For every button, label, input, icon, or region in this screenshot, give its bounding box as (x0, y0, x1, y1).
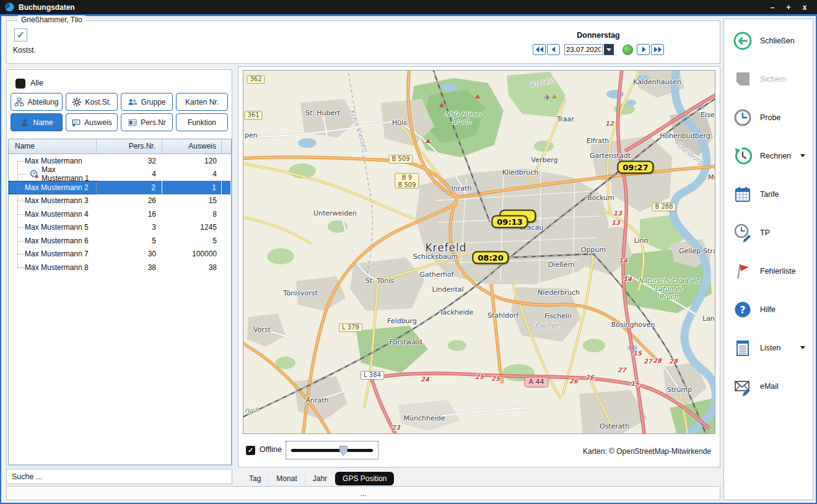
zoom-slider[interactable] (286, 441, 378, 459)
sidebar-item-schliessen[interactable]: Schließen (724, 22, 813, 60)
recalculate-history-icon (732, 146, 753, 167)
sidebar-item-tp[interactable]: TP (724, 214, 813, 252)
sidebar-label: TP (760, 228, 770, 237)
flag-icon (732, 261, 753, 282)
table-row[interactable]: Max Mustermann 221 (9, 181, 231, 194)
empty-cell (222, 261, 231, 274)
map[interactable]: ✈ KaldenhausenKrefeldSt. HubertHülsNSG H… (243, 70, 715, 434)
table-row[interactable]: Max Mustermann 655 (9, 234, 231, 248)
map-place-label: Hohenbudberg (660, 132, 710, 140)
employee-panel: Alle Abteilung Kost.St. Gruppe Karten Nr… (6, 69, 232, 466)
filter-button-kartennr[interactable]: Karten Nr. (176, 93, 228, 111)
persnr-cell: 32 (97, 154, 162, 168)
filter-label: Funktion (188, 118, 216, 127)
sidebar-item-email[interactable]: eMail (724, 367, 813, 406)
ausweis-cell: 4 (162, 168, 222, 181)
road-ref-badge: 362 (247, 75, 264, 84)
map-place-label: Unterweiden (313, 209, 357, 217)
close-back-icon (732, 30, 753, 51)
filter-button-koststelle[interactable]: Kost.St. (66, 93, 118, 111)
filter-button-abteilung[interactable]: Abteilung (11, 93, 63, 111)
search-input[interactable] (7, 469, 232, 484)
filter-label: Abteilung (27, 98, 58, 106)
map-place-label: Linn (634, 237, 648, 245)
sidebar: Schließen Sichern Probe Rechnen Tarif (723, 19, 813, 500)
filter-button-name[interactable]: Name (11, 113, 63, 131)
ausweis-cell: 1245 (162, 221, 222, 235)
alarm-status-icon (30, 170, 39, 179)
sidebar-label: Rechnen (760, 152, 791, 160)
view-tabs: Tag Monat Jahr GPS Position (242, 471, 394, 486)
sidebar-item-hilfe[interactable]: ? Hilfe (724, 290, 813, 329)
map-place-label: St. Hubert (305, 109, 340, 117)
column-header-ausweis[interactable]: Ausweis (162, 139, 222, 154)
sidebar-item-sichern[interactable]: Sichern (724, 60, 813, 98)
table-row[interactable]: Max Mustermann 83838 (9, 261, 231, 274)
empty-cell (222, 248, 231, 261)
motorway-exit-label: 26 (569, 378, 578, 385)
sidebar-item-fehlerliste[interactable]: Fehlerliste (724, 252, 813, 290)
tab-tag[interactable]: Tag (242, 472, 269, 485)
sidebar-item-probe[interactable]: Probe (724, 98, 813, 137)
map-place-label: Gatherhof (419, 271, 453, 279)
sidebar-item-tarife[interactable]: Tarife (724, 175, 813, 214)
minimize-button[interactable]: – (767, 3, 777, 12)
table-row[interactable]: Max Mustermann 730100000 (9, 248, 231, 261)
persnr-cell: 4 (97, 168, 162, 181)
employee-table-body: Max Mustermann32120Max Mustermann 144Max… (9, 154, 231, 274)
slider-thumb[interactable] (339, 446, 347, 456)
app-clock-icon (5, 2, 14, 12)
map-place-label: Lindental (432, 285, 464, 293)
person-name-legend: Grießhammer, Tilo (18, 15, 85, 24)
date-dropdown-button[interactable] (604, 44, 614, 55)
sidebar-item-rechnen[interactable]: Rechnen (724, 137, 813, 175)
group-icon (128, 97, 138, 107)
filter-label: Pers.Nr (141, 118, 166, 127)
tab-jahr[interactable]: Jahr (305, 472, 335, 485)
today-button[interactable] (623, 45, 633, 55)
date-field[interactable] (564, 44, 603, 55)
fast-back-button[interactable] (533, 44, 546, 55)
close-button[interactable]: x (800, 3, 810, 12)
chevron-down-icon[interactable] (800, 154, 805, 157)
tab-monat[interactable]: Monat (269, 472, 305, 485)
column-header-persnr[interactable]: Pers.Nr. (97, 139, 162, 154)
filter-label: Name (33, 118, 53, 127)
chevron-down-icon[interactable] (800, 346, 805, 349)
filter-button-ausweis[interactable]: Ausweis (66, 113, 118, 131)
map-place-label: Hüls (392, 119, 407, 127)
table-row[interactable]: Max Mustermann 531245 (9, 221, 231, 235)
map-place-label: Anrath (305, 396, 328, 404)
search-box (6, 469, 232, 484)
persnr-cell: 16 (97, 207, 162, 221)
map-attribution: Karten: © OpenStreetMap-Mitwirkende (583, 447, 711, 456)
sidebar-label: Tarife (760, 190, 779, 199)
kostst-checkbox[interactable]: ✓ (14, 28, 27, 41)
filter-button-funktion[interactable]: Funktion (176, 113, 228, 131)
offline-checkbox[interactable]: ✓ (246, 446, 255, 455)
alle-checkbox[interactable] (15, 79, 25, 89)
filter-buttons: Abteilung Kost.St. Gruppe Karten Nr. Nam… (11, 93, 228, 131)
map-place-label: St. Tönis (365, 277, 394, 285)
fast-forward-icon (652, 45, 663, 54)
filter-button-gruppe[interactable]: Gruppe (121, 93, 173, 111)
motorway-exit-label: 15 (631, 380, 639, 387)
back-button[interactable] (547, 44, 560, 55)
fast-forward-button[interactable] (651, 44, 664, 55)
map-place-label: Duisburg (676, 142, 705, 167)
sidebar-item-listen[interactable]: Listen (724, 329, 813, 367)
employee-name-cell: Max Mustermann 4 (9, 207, 97, 221)
road-ref-badge: A 44 (524, 377, 548, 388)
map-place-label: Münchheide (404, 414, 445, 422)
check-icon: ✓ (17, 29, 25, 41)
tab-gps-position[interactable]: GPS Position (335, 472, 394, 485)
road-ref-badge: 361 (244, 111, 262, 119)
filter-button-persnr[interactable]: Pers.Nr (121, 113, 173, 131)
maximize-button[interactable]: + (784, 3, 793, 12)
column-header-name[interactable]: Name (9, 139, 97, 154)
table-row[interactable]: Max Mustermann 4168 (9, 207, 231, 221)
table-row[interactable]: Max Mustermann 32615 (9, 194, 231, 208)
forward-button[interactable] (637, 44, 650, 55)
app-window: Buchungsdaten – + x Grießhammer, Tilo ✓ … (0, 0, 817, 504)
table-row[interactable]: Max Mustermann 144 (9, 168, 231, 181)
